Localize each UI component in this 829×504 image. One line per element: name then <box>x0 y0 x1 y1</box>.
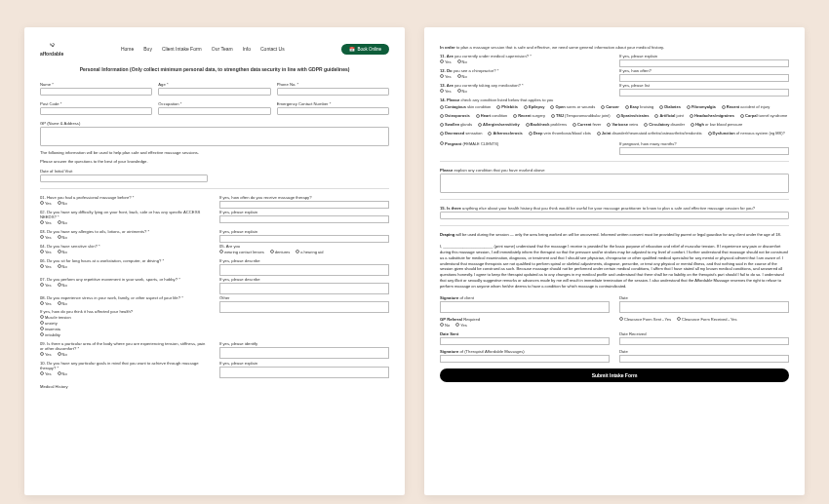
clearance-recv[interactable] <box>677 317 681 321</box>
condition-7[interactable]: Fibromyalgia <box>687 104 716 109</box>
condition-23[interactable]: High or low blood pressure <box>691 122 742 127</box>
q06-yes[interactable] <box>40 264 44 268</box>
q10-no[interactable] <box>58 371 61 375</box>
condition-check-19[interactable] <box>526 123 530 127</box>
condition-14[interactable]: Artificial joint <box>654 113 683 118</box>
q02-yes[interactable] <box>40 220 44 224</box>
q07-no[interactable] <box>58 283 61 287</box>
condition-9[interactable]: Osteoporosis <box>440 113 470 118</box>
nav-buy[interactable]: Buy <box>143 46 152 52</box>
q10-right-input[interactable] <box>219 367 389 378</box>
condition-check-20[interactable] <box>572 123 576 127</box>
condition-17[interactable]: Swollen glands <box>440 122 472 127</box>
condition-check-16[interactable] <box>740 114 744 118</box>
condition-15[interactable]: Headaches/migraines <box>690 113 734 118</box>
nav-home[interactable]: Home <box>121 46 134 52</box>
condition-check-1[interactable] <box>496 105 500 109</box>
condition-5[interactable]: Easy bruising <box>625 104 653 109</box>
q02-right-input[interactable] <box>219 215 389 223</box>
q12-yes[interactable] <box>440 74 444 78</box>
condition-check-4[interactable] <box>601 105 605 109</box>
condition-22[interactable]: Circulatory disorder <box>644 122 685 127</box>
condition-check-15[interactable] <box>690 114 693 118</box>
condition-3[interactable]: Open sores or wounds <box>550 104 595 109</box>
q01-yes[interactable] <box>40 201 44 205</box>
q08-muscle[interactable] <box>40 315 44 319</box>
q08-no[interactable] <box>58 301 61 305</box>
q05-lenses[interactable] <box>219 250 223 253</box>
q11-right-input[interactable] <box>619 59 789 67</box>
gp-yes[interactable] <box>455 323 459 327</box>
date-sent-input[interactable] <box>440 337 610 345</box>
sig-client-input[interactable] <box>440 301 610 313</box>
q08-insomnia[interactable] <box>40 327 44 330</box>
date-recv-input[interactable] <box>619 337 789 345</box>
condition-check-6[interactable] <box>659 105 663 109</box>
q08-anxiety[interactable] <box>40 321 44 325</box>
nav-info[interactable]: Info <box>243 46 251 52</box>
condition-check-11[interactable] <box>513 114 517 118</box>
condition-25[interactable]: Atherosclerosis <box>488 131 522 136</box>
q12-right-input[interactable] <box>619 74 789 82</box>
condition-check-23[interactable] <box>691 123 694 127</box>
condition-check-18[interactable] <box>478 123 482 127</box>
q13-yes[interactable] <box>440 89 444 93</box>
condition-16[interactable]: Carpal tunnel syndrome <box>740 113 787 118</box>
q08-yes[interactable] <box>40 301 44 305</box>
gp-no[interactable] <box>440 323 444 327</box>
q01-no[interactable] <box>58 201 61 205</box>
condition-check-24[interactable] <box>440 132 444 136</box>
q13-right-input[interactable] <box>619 89 789 97</box>
q12-no[interactable] <box>457 74 461 78</box>
book-online-button[interactable]: 📅 Book Online <box>341 44 389 55</box>
q09-yes[interactable] <box>40 352 44 356</box>
postcode-input[interactable] <box>40 107 152 115</box>
condition-check-12[interactable] <box>551 114 555 118</box>
condition-check-26[interactable] <box>529 132 533 136</box>
condition-18[interactable]: Allergies/sensitivity <box>478 122 520 127</box>
condition-check-10[interactable] <box>476 114 480 118</box>
phone-input[interactable] <box>277 88 389 96</box>
age-input[interactable] <box>158 88 270 96</box>
condition-6[interactable]: Diabetes <box>659 104 681 109</box>
condition-27[interactable]: Joint disorder/rheumatoid arthritis/oste… <box>597 131 702 136</box>
q01-right-input[interactable] <box>219 201 389 209</box>
q02-no[interactable] <box>58 220 61 224</box>
condition-21[interactable]: Varicose veins <box>607 122 638 127</box>
condition-0[interactable]: Contagious skin condition <box>440 104 491 109</box>
pregnant-check[interactable] <box>440 141 444 145</box>
gp-textarea[interactable] <box>40 127 389 146</box>
emergency-input[interactable] <box>277 107 389 115</box>
condition-4[interactable]: Cancer <box>601 104 619 109</box>
condition-1[interactable]: Phlebitis <box>496 104 518 109</box>
condition-check-5[interactable] <box>625 105 629 109</box>
q05-dentures[interactable] <box>270 250 274 253</box>
condition-check-28[interactable] <box>708 132 712 136</box>
nav-team[interactable]: Our Team <box>212 46 233 52</box>
condition-check-2[interactable] <box>524 105 528 109</box>
condition-check-14[interactable] <box>654 114 658 118</box>
q03-right-input[interactable] <box>219 235 389 243</box>
condition-19[interactable]: Back/neck problems <box>526 122 567 127</box>
q08-right-input[interactable] <box>219 301 389 313</box>
clearance-sent[interactable] <box>619 317 623 321</box>
condition-2[interactable]: Epilepsy <box>524 104 544 109</box>
q11-yes[interactable] <box>440 59 444 63</box>
condition-check-25[interactable] <box>488 132 492 136</box>
condition-check-27[interactable] <box>597 132 601 136</box>
nav-contact[interactable]: Contact Us <box>260 46 285 52</box>
submit-button[interactable]: Submit Intake Form <box>440 368 789 382</box>
condition-check-9[interactable] <box>440 114 444 118</box>
date-visit-input[interactable] <box>40 174 208 182</box>
condition-check-0[interactable] <box>440 105 444 109</box>
q13-no[interactable] <box>457 89 461 93</box>
condition-check-3[interactable] <box>550 105 554 109</box>
occupation-input[interactable] <box>158 107 270 115</box>
q04-yes[interactable] <box>40 250 44 253</box>
pregnant-right-input[interactable] <box>619 147 789 155</box>
q03-no[interactable] <box>58 235 61 239</box>
condition-28[interactable]: Dysfunction of nervous system (eg MS)? <box>708 131 785 136</box>
q09-no[interactable] <box>58 352 61 356</box>
q05-hearing[interactable] <box>296 250 299 253</box>
q04-no[interactable] <box>58 250 61 253</box>
